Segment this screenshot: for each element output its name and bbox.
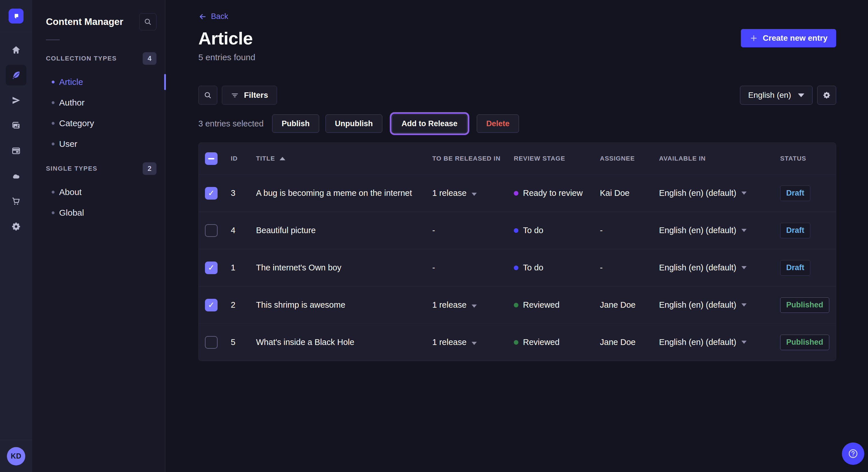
cell-available-in[interactable]: English (en) (default) — [653, 189, 780, 198]
row-checkbox[interactable] — [205, 187, 218, 200]
add-to-release-button[interactable]: Add to Release — [392, 114, 467, 133]
stage-dot — [514, 340, 518, 345]
create-new-entry-button[interactable]: Create new entry — [741, 29, 836, 47]
cell-title: A bug is becoming a meme on the internet — [249, 189, 424, 198]
table-row[interactable]: 2 This shrimp is awesome 1 release Revie… — [198, 286, 836, 324]
cell-release[interactable]: 1 release — [424, 300, 507, 310]
cell-available-in[interactable]: English (en) (default) — [653, 338, 780, 347]
sidebar-item-author[interactable]: Author — [32, 92, 165, 113]
view-settings-button[interactable] — [817, 86, 836, 105]
back-link[interactable]: Back — [198, 0, 244, 21]
bullet-icon — [52, 122, 55, 125]
plus-icon — [749, 34, 758, 42]
cell-release[interactable]: 1 release — [424, 189, 507, 198]
releases-paper-plane-icon[interactable] — [6, 90, 26, 111]
bullet-icon — [52, 142, 55, 145]
sidebar-item-label: Global — [59, 208, 84, 217]
bullet-icon — [52, 211, 55, 214]
chevron-down-icon — [472, 342, 477, 345]
cell-status: Published — [780, 297, 836, 313]
chevron-down-icon — [472, 305, 477, 308]
entries-count-subtitle: 5 entries found — [198, 53, 836, 62]
media-library-images-icon[interactable] — [6, 115, 26, 136]
cell-release: - — [424, 226, 507, 235]
column-header-title[interactable]: TITLE — [249, 155, 424, 162]
main-content: Back Article Create new entry 5 entries … — [165, 0, 868, 472]
cell-title: What's inside a Black Hole — [249, 338, 424, 347]
sidebar-item-user[interactable]: User — [32, 134, 165, 154]
cell-assignee: Jane Doe — [593, 338, 653, 347]
chevron-down-icon — [741, 341, 747, 344]
settings-gear-icon[interactable] — [6, 216, 26, 237]
sort-ascending-icon — [280, 157, 285, 160]
chevron-down-icon — [741, 266, 747, 269]
entries-table: ID TITLE TO BE RELEASED IN REVIEW STAGE … — [198, 142, 836, 361]
sidebar-item-label: Category — [59, 119, 94, 128]
main-nav-rail: KD — [0, 0, 32, 472]
publish-button[interactable]: Publish — [272, 114, 319, 133]
table-row[interactable]: 3 A bug is becoming a meme on the intern… — [198, 174, 836, 212]
back-label: Back — [211, 12, 228, 21]
row-checkbox[interactable] — [205, 336, 218, 349]
column-header-release[interactable]: TO BE RELEASED IN — [424, 155, 507, 162]
bullet-icon — [52, 191, 55, 194]
row-checkbox[interactable] — [205, 262, 218, 274]
delete-button[interactable]: Delete — [477, 114, 519, 133]
sidebar-item-about[interactable]: About — [32, 182, 165, 202]
strapi-logo-icon — [12, 12, 20, 20]
cell-review-stage: To do — [507, 226, 593, 235]
cell-available-in[interactable]: English (en) (default) — [653, 263, 780, 272]
home-icon[interactable] — [6, 40, 26, 60]
content-type-builder-layout-icon[interactable] — [6, 140, 26, 161]
cell-id: 1 — [224, 263, 249, 272]
sidebar-item-label: Article — [59, 77, 83, 87]
stage-dot — [514, 303, 518, 307]
subnav-search-button[interactable] — [139, 13, 156, 30]
cell-available-in[interactable]: English (en) (default) — [653, 226, 780, 235]
cell-available-in[interactable]: English (en) (default) — [653, 300, 780, 310]
search-button[interactable] — [198, 86, 217, 105]
strapi-logo[interactable] — [9, 9, 24, 24]
filters-button[interactable]: Filters — [222, 86, 277, 105]
create-new-entry-label: Create new entry — [763, 34, 828, 43]
status-badge: Published — [780, 335, 829, 350]
cell-id: 5 — [224, 338, 249, 347]
unpublish-button[interactable]: Unpublish — [326, 114, 382, 133]
column-header-stage[interactable]: REVIEW STAGE — [507, 155, 593, 162]
cell-review-stage: To do — [507, 263, 593, 272]
chevron-down-icon — [741, 192, 747, 195]
cell-review-stage: Reviewed — [507, 338, 593, 347]
cloud-icon[interactable] — [6, 166, 26, 187]
table-row[interactable]: 5 What's inside a Black Hole 1 release R… — [198, 324, 836, 361]
table-row[interactable]: 4 Beautiful picture - To do - English (e… — [198, 212, 836, 249]
sidebar-item-label: About — [59, 187, 82, 197]
page-title: Article — [198, 28, 253, 48]
sidebar-item-article[interactable]: Article — [32, 72, 165, 92]
search-icon — [204, 91, 212, 99]
select-all-checkbox[interactable] — [205, 152, 218, 165]
stage-dot — [514, 191, 518, 196]
column-header-id[interactable]: ID — [224, 155, 249, 162]
avatar[interactable]: KD — [7, 447, 25, 465]
cell-title: Beautiful picture — [249, 226, 424, 235]
cell-release[interactable]: 1 release — [424, 338, 507, 347]
column-header-status[interactable]: STATUS — [780, 155, 836, 162]
row-checkbox[interactable] — [205, 299, 218, 311]
row-checkbox[interactable] — [205, 224, 218, 237]
sidebar-item-category[interactable]: Category — [32, 113, 165, 134]
gear-icon — [823, 91, 831, 99]
column-header-available[interactable]: AVAILABLE IN — [653, 155, 780, 162]
search-icon — [144, 18, 152, 26]
cell-id: 4 — [224, 226, 249, 235]
chevron-down-icon — [798, 94, 804, 97]
column-header-assignee[interactable]: ASSIGNEE — [593, 155, 653, 162]
content-manager-feather-icon[interactable] — [6, 65, 26, 86]
table-row[interactable]: 1 The internet's Own boy - To do - Engli… — [198, 249, 836, 286]
locale-select[interactable]: English (en) — [740, 86, 813, 105]
marketplace-cart-icon[interactable] — [6, 191, 26, 212]
cell-title: This shrimp is awesome — [249, 300, 424, 310]
help-button[interactable] — [842, 442, 864, 465]
locale-value: English (en) — [748, 91, 791, 100]
cell-assignee: Kai Doe — [593, 189, 653, 198]
sidebar-item-global[interactable]: Global — [32, 202, 165, 223]
